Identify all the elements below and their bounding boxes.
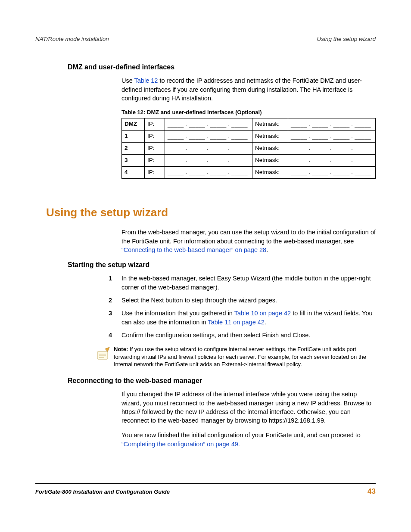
link-table12[interactable]: Table 12 <box>134 77 158 84</box>
ip-blank: _____ . _____ . _____ . _____ <box>165 118 252 131</box>
text: Use <box>121 77 134 84</box>
reconnect-para-1: If you changed the IP address of the int… <box>121 390 376 425</box>
link-completing[interactable]: “Completing the configuration” on page 4… <box>121 441 238 448</box>
running-header: NAT/Route mode installation Using the se… <box>35 35 376 45</box>
row-label: 1 <box>122 131 145 143</box>
table-row: DMZIP:_____ . _____ . _____ . _____Netma… <box>122 118 376 131</box>
netmask-label: Netmask: <box>252 118 288 131</box>
step-number: 1 <box>95 274 121 292</box>
netmask-blank: _____ . _____ . _____ . _____ <box>288 131 376 143</box>
link-web-manager[interactable]: “Connecting to the web-based manager” on… <box>121 246 266 253</box>
netmask-label: Netmask: <box>252 155 288 167</box>
heading-chapter: Using the setup wizard <box>46 205 376 220</box>
ip-blank: _____ . _____ . _____ . _____ <box>165 166 252 178</box>
ip-label: IP: <box>145 131 165 143</box>
page-footer: FortiGate-800 Installation and Configura… <box>35 483 376 497</box>
header-left: NAT/Route mode installation <box>35 35 109 44</box>
text: From the web-based manager, you can use … <box>121 229 376 244</box>
table-row: 1IP:_____ . _____ . _____ . _____Netmask… <box>122 131 376 143</box>
text: . <box>266 246 268 253</box>
ip-label: IP: <box>145 155 165 167</box>
table-row: 4IP:_____ . _____ . _____ . _____Netmask… <box>122 166 376 178</box>
document-page: NAT/Route mode installation Using the se… <box>0 0 411 532</box>
text: You are now finished the initial configu… <box>121 432 361 439</box>
ip-label: IP: <box>145 118 165 131</box>
link-table10[interactable]: Table 10 on page 42 <box>234 310 291 317</box>
note-body: If you use the setup wizard to configure… <box>114 346 366 367</box>
reconnect-para-2: You are now finished the initial configu… <box>121 431 376 448</box>
heading-dmz: DMZ and user-defined interfaces <box>68 62 376 72</box>
chapter-paragraph: From the web-based manager, you can use … <box>121 228 376 254</box>
row-label: 4 <box>122 166 145 178</box>
list-item: 4Confirm the configuration settings, and… <box>121 331 376 339</box>
steps-list: 1In the web-based manager, select Easy S… <box>121 274 376 339</box>
link-table11[interactable]: Table 11 on page 42 <box>208 319 264 326</box>
table-row: 2IP:_____ . _____ . _____ . _____Netmask… <box>122 143 376 155</box>
text: to record the IP addresses and netmasks … <box>121 77 362 102</box>
table-caption: Table 12: DMZ and user-defined interface… <box>121 109 376 116</box>
page-number: 43 <box>367 486 376 497</box>
row-label: 3 <box>122 155 145 167</box>
netmask-blank: _____ . _____ . _____ . _____ <box>288 143 376 155</box>
note-label: Note: <box>114 346 128 352</box>
heading-reconnect: Reconnecting to the web-based manager <box>68 376 376 386</box>
step-number: 2 <box>95 296 121 305</box>
netmask-blank: _____ . _____ . _____ . _____ <box>288 166 376 178</box>
list-item: 1In the web-based manager, select Easy S… <box>121 274 376 292</box>
ip-label: IP: <box>145 166 165 178</box>
ip-blank: _____ . _____ . _____ . _____ <box>165 143 252 155</box>
list-item: 3Use the information that you gathered i… <box>121 309 376 327</box>
step-number: 4 <box>95 331 121 339</box>
heading-starting: Starting the setup wizard <box>68 260 376 270</box>
table-row: 3IP:_____ . _____ . _____ . _____Netmask… <box>122 155 376 167</box>
ip-blank: _____ . _____ . _____ . _____ <box>165 131 252 143</box>
netmask-label: Netmask: <box>252 143 288 155</box>
step-text: Select the Next button to step through t… <box>121 297 277 304</box>
note-block: Note: If you use the setup wizard to con… <box>121 345 376 368</box>
note-text: Note: If you use the setup wizard to con… <box>114 345 376 368</box>
footer-title: FortiGate-800 Installation and Configura… <box>35 488 170 496</box>
step-text: Confirm the configuration settings, and … <box>121 332 310 339</box>
netmask-blank: _____ . _____ . _____ . _____ <box>288 118 376 131</box>
netmask-blank: _____ . _____ . _____ . _____ <box>288 155 376 167</box>
netmask-label: Netmask: <box>252 131 288 143</box>
text: Use the information that you gathered in <box>121 310 234 317</box>
step-text: In the web-based manager, select Easy Se… <box>121 275 371 290</box>
header-right: Using the setup wizard <box>317 35 376 44</box>
row-label: 2 <box>122 143 145 155</box>
netmask-label: Netmask: <box>252 166 288 178</box>
row-label: DMZ <box>122 118 145 131</box>
step-number: 3 <box>95 309 121 327</box>
ip-blank: _____ . _____ . _____ . _____ <box>165 155 252 167</box>
ip-label: IP: <box>145 143 165 155</box>
svg-rect-0 <box>97 352 108 359</box>
list-item: 2Select the Next button to step through … <box>121 296 376 305</box>
note-icon <box>95 345 114 364</box>
dmz-paragraph: Use Table 12 to record the IP addresses … <box>121 76 376 103</box>
interface-table: DMZIP:_____ . _____ . _____ . _____Netma… <box>121 118 376 178</box>
text: . <box>238 441 240 448</box>
text: . <box>265 319 266 326</box>
